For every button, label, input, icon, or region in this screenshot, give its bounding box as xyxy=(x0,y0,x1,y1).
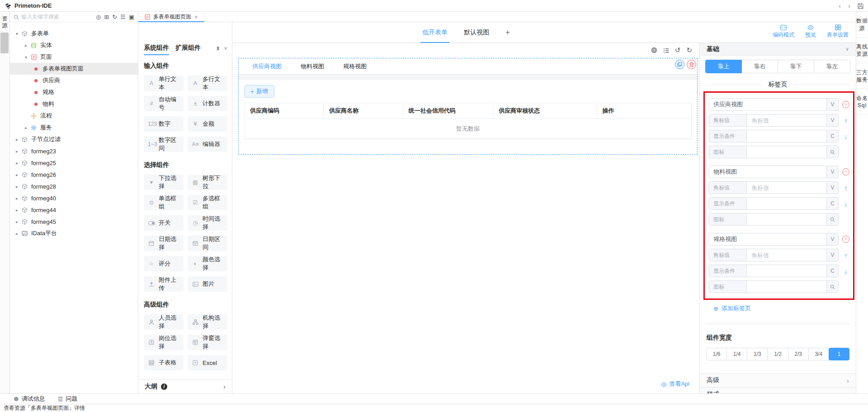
expander-closed-icon[interactable]: ▸ xyxy=(14,231,20,236)
width-option-1/6[interactable]: 1/6 xyxy=(706,348,727,360)
back-icon[interactable]: ‹ xyxy=(839,2,841,9)
move-down-icon[interactable]: ↓ xyxy=(844,200,848,208)
component-Excel[interactable]: Excel xyxy=(188,355,227,370)
field-input[interactable] xyxy=(747,198,826,209)
component-单行文本[interactable]: A单行文本 xyxy=(144,76,184,91)
add-icon[interactable]: ⊞ xyxy=(104,14,109,20)
component-开关[interactable]: 开关 xyxy=(144,215,184,231)
expander-closed-icon[interactable]: ▸ xyxy=(23,125,29,130)
design-canvas[interactable]: ↺↻ 供应商视图物料视图规格视图 + 新增 供应商编码供应商名称统一社会信用代码… xyxy=(232,43,700,393)
collapse-icon[interactable]: ☰ xyxy=(120,14,126,20)
field-input[interactable] xyxy=(747,182,826,194)
tree-item-物料[interactable]: 物料 xyxy=(10,98,138,110)
action-编码模式[interactable]: 编码模式 xyxy=(773,24,794,39)
delete-widget-button[interactable] xyxy=(687,60,696,69)
component-人员选择[interactable]: 人员选择 xyxy=(144,314,184,330)
action-表单设置[interactable]: 表单设置 xyxy=(827,24,849,39)
width-option-3/4[interactable]: 3/4 xyxy=(808,348,829,360)
bottom-tab-问题[interactable]: ☰问题 xyxy=(58,395,78,403)
field-input[interactable] xyxy=(747,281,826,293)
outline-icon[interactable] xyxy=(663,47,669,53)
width-option-1[interactable]: 1 xyxy=(829,348,849,360)
condition-suffix-button[interactable]: C xyxy=(826,198,838,209)
redo-icon[interactable]: ↻ xyxy=(686,47,692,53)
widget-tab-规格视图[interactable]: 规格视图 xyxy=(343,62,367,71)
width-option-1/4[interactable]: 1/4 xyxy=(726,348,747,360)
field-input[interactable] xyxy=(747,146,826,158)
field-input[interactable] xyxy=(747,265,826,277)
expander-closed-icon[interactable]: ▸ xyxy=(23,43,29,48)
expander-closed-icon[interactable]: ▸ xyxy=(14,208,20,213)
add-tab-link[interactable]: ⊕ 添加标签页 xyxy=(713,304,856,313)
field-input[interactable] xyxy=(747,130,826,142)
remove-tab-icon[interactable]: − xyxy=(842,236,849,243)
expander-closed-icon[interactable]: ▸ xyxy=(14,161,20,166)
tree-item-服务[interactable]: ▸服务 xyxy=(10,122,138,133)
expander-open-icon[interactable]: ▾ xyxy=(14,31,20,36)
expander-closed-icon[interactable]: ▸ xyxy=(14,184,20,189)
search-input[interactable] xyxy=(21,14,94,20)
component-颜色选择[interactable]: ◐颜色选择 xyxy=(188,256,227,271)
add-row-button[interactable]: + 新增 xyxy=(244,85,274,98)
bottom-tab-调试信息[interactable]: ☸调试信息 xyxy=(14,395,45,403)
component-单选框组[interactable]: ⊙单选框组 xyxy=(144,195,184,210)
variable-suffix-button[interactable]: V xyxy=(826,166,838,178)
component-金额[interactable]: ¥金额 xyxy=(188,116,227,132)
component-日期区间[interactable]: 日期区间 xyxy=(188,236,227,251)
component-评分[interactable]: ☆评分 xyxy=(144,256,184,271)
section-高级[interactable]: 高级› xyxy=(700,374,856,388)
variable-suffix-button[interactable]: V xyxy=(826,114,838,126)
view-tab-低开表单[interactable]: 低开表单 xyxy=(422,22,448,43)
expander-closed-icon[interactable]: ▸ xyxy=(14,219,20,224)
tree-item-formeg28[interactable]: ▸formeg28 xyxy=(10,180,138,192)
icon-search-button[interactable] xyxy=(826,146,838,158)
tab-position-靠上[interactable]: 靠上 xyxy=(705,60,742,73)
tree-item-IData平台[interactable]: ▸IData平台 xyxy=(10,227,138,239)
tree-item-页面[interactable]: ▾页面 xyxy=(10,51,138,63)
expander-open-icon[interactable]: ▾ xyxy=(23,55,29,60)
palette-tab-扩展组件[interactable]: 扩展组件 xyxy=(175,44,201,52)
width-option-2/3[interactable]: 2/3 xyxy=(788,348,809,360)
icon-search-button[interactable] xyxy=(826,213,838,225)
tree-item-实体[interactable]: ▸实体 xyxy=(10,39,138,51)
widget-tab-供应商视图[interactable]: 供应商视图 xyxy=(252,62,282,71)
component-时间选择[interactable]: ◷时间选择 xyxy=(188,215,227,231)
expander-closed-icon[interactable]: ▸ xyxy=(14,172,20,177)
dock-tab-数据源[interactable]: 数据源 xyxy=(856,12,868,38)
tree-item-formeg26[interactable]: ▸formeg26 xyxy=(10,169,138,180)
icon-search-button[interactable] xyxy=(826,281,838,293)
move-up-icon[interactable]: ↑ xyxy=(844,251,848,259)
condition-suffix-button[interactable]: C xyxy=(826,265,838,277)
field-input[interactable] xyxy=(747,213,826,225)
remove-tab-icon[interactable]: − xyxy=(842,168,849,175)
basics-section-header[interactable]: 基础 ∨ xyxy=(700,43,856,56)
move-down-icon[interactable]: ↓ xyxy=(844,267,848,275)
resources-rail-tab[interactable]: 资源 xyxy=(0,12,9,29)
tab-position-靠左[interactable]: 靠左 xyxy=(814,60,850,73)
tree-item-formeg45[interactable]: ▸formeg45 xyxy=(10,216,138,227)
move-up-icon[interactable]: ↑ xyxy=(844,184,848,192)
action-预览[interactable]: 预览 xyxy=(805,24,816,39)
component-子表格[interactable]: 子表格 xyxy=(144,355,184,370)
field-input[interactable] xyxy=(747,249,826,261)
tabs-widget-selected[interactable]: 供应商视图物料视图规格视图 + 新增 供应商编码供应商名称统一社会信用代码供应商… xyxy=(238,58,698,155)
component-机构选择[interactable]: 机构选择 xyxy=(188,314,227,330)
add-view-tab[interactable]: + xyxy=(505,22,509,43)
view-api-link[interactable]: 查看Api xyxy=(661,380,689,388)
tree-item-子节点过滤[interactable]: ▸子节点过滤 xyxy=(10,133,138,145)
tree-item-规格[interactable]: 规格 xyxy=(10,86,138,98)
file-tab[interactable]: 多表单视图页面 × xyxy=(138,12,205,22)
tree-item-供应商[interactable]: 供应商 xyxy=(10,75,138,86)
tree-item-多表单视图页面[interactable]: 多表单视图页面 xyxy=(10,63,138,75)
copy-widget-button[interactable] xyxy=(675,60,684,69)
view-tab-默认视图[interactable]: 默认视图 xyxy=(464,22,489,43)
globe-icon[interactable] xyxy=(651,46,657,53)
component-数字区间[interactable]: 1~3数字区间 xyxy=(144,137,184,152)
ai-icon[interactable]: ◎ xyxy=(96,14,101,20)
variable-suffix-button[interactable]: V xyxy=(826,249,838,261)
rail-scroll-thumb[interactable] xyxy=(0,33,9,53)
component-弹窗选择[interactable]: 弹窗选择 xyxy=(188,335,227,350)
component-数字[interactable]: 123数字 xyxy=(144,116,184,132)
outline-footer[interactable]: 大纲 i › xyxy=(138,379,232,393)
chevron-down-icon[interactable]: ∨ xyxy=(224,45,227,51)
